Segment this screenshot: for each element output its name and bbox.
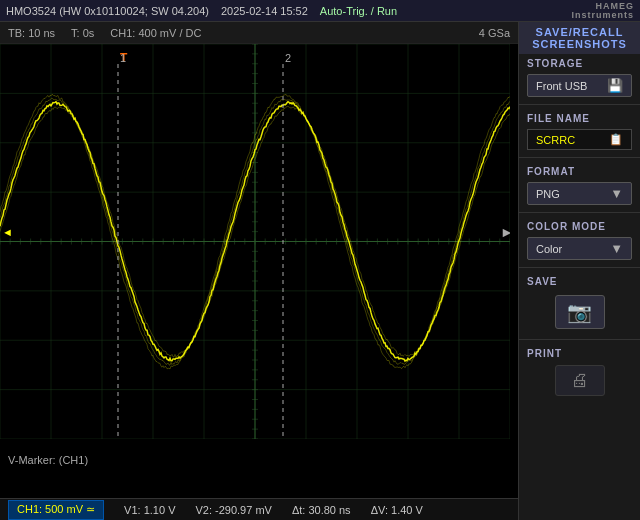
- main-content: TB: 10 ns T: 0s CH1: 400 mV / DC 4 GSa V…: [0, 22, 640, 520]
- v2: V2: -290.97 mV: [195, 504, 271, 516]
- v1: V1: 1.10 V: [124, 504, 175, 516]
- file-name-label: FILE NAME: [519, 109, 640, 126]
- status-bar: TB: 10 ns T: 0s CH1: 400 mV / DC 4 GSa: [0, 22, 518, 44]
- measurement-bar: CH1: 500 mV ≃ V1: 1.10 V V2: -290.97 mV …: [0, 498, 518, 520]
- color-dropdown-icon: ▼: [610, 241, 623, 256]
- save-button[interactable]: 📷: [555, 295, 605, 329]
- top-header: HMO3524 (HW 0x10110024; SW 04.204) 2025-…: [0, 0, 640, 22]
- color-mode-label: COLOR MODE: [519, 217, 640, 234]
- storage-button[interactable]: Front USB 💾: [527, 74, 632, 97]
- marker-info: V-Marker: (CH1): [8, 452, 88, 470]
- usb-icon: 💾: [607, 78, 623, 93]
- storage-label: STORAGE: [519, 54, 640, 71]
- trigger-time: T: 0s: [71, 27, 94, 39]
- camera-icon: 📷: [567, 300, 592, 324]
- print-button[interactable]: 🖨: [555, 365, 605, 396]
- ch-indicator: CH1: 500 mV ≃: [8, 500, 104, 520]
- scope-area: TB: 10 ns T: 0s CH1: 400 mV / DC 4 GSa V…: [0, 22, 518, 520]
- right-panel: SAVE/RECALLSCREENSHOTS STORAGE Front USB…: [518, 22, 640, 520]
- edit-icon[interactable]: 📋: [609, 133, 623, 146]
- color-mode-button[interactable]: Color ▼: [527, 237, 632, 260]
- datetime: 2025-02-14 15:52: [221, 5, 308, 17]
- marker-label: V-Marker: (CH1): [8, 452, 88, 470]
- file-name-value: SCRRC: [536, 134, 575, 146]
- panel-title: SAVE/RECALLSCREENSHOTS: [519, 22, 640, 54]
- timebase: TB: 10 ns: [8, 27, 55, 39]
- dropdown-icon: ▼: [610, 186, 623, 201]
- device-id: HMO3524 (HW 0x10110024; SW 04.204): [6, 5, 209, 17]
- scope-canvas: V-Marker: (CH1): [0, 44, 518, 498]
- printer-icon: 🖨: [571, 370, 589, 391]
- trigger-mode: Auto-Trig. / Run: [320, 5, 397, 17]
- format-label: FORMAT: [519, 162, 640, 179]
- format-button[interactable]: PNG ▼: [527, 182, 632, 205]
- file-name-field: SCRRC 📋: [527, 129, 632, 150]
- delta-t: Δt: 30.80 ns: [292, 504, 351, 516]
- sample-rate: 4 GSa: [479, 27, 510, 39]
- delta-v: ΔV: 1.40 V: [371, 504, 423, 516]
- hameg-logo: HAMEG Instruments: [571, 2, 634, 20]
- ch1-status: CH1: 400 mV / DC: [110, 27, 201, 39]
- print-label: PRINT: [519, 344, 640, 361]
- save-label: SAVE: [519, 272, 640, 289]
